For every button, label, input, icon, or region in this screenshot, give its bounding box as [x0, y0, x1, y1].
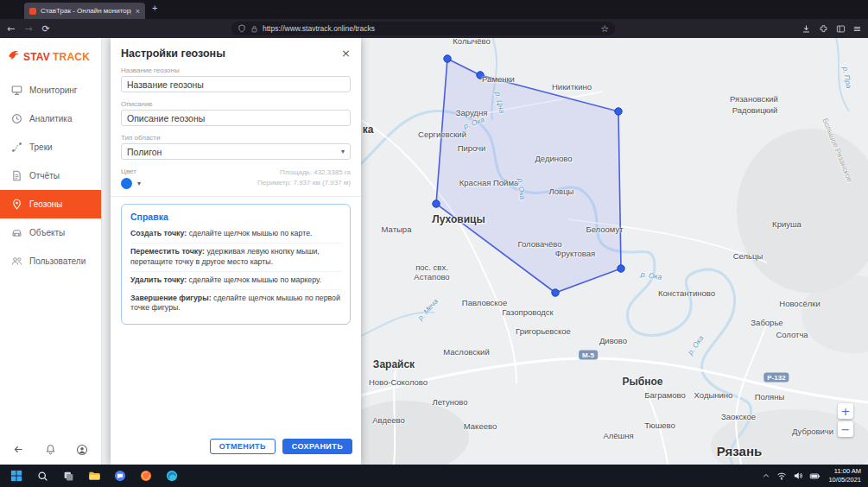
edge-icon[interactable]	[162, 466, 181, 485]
description-label: Описание	[121, 100, 351, 108]
area-type-label: Тип области	[121, 134, 351, 142]
geofence-pin-icon	[11, 199, 22, 210]
bookmark-star-icon[interactable]: ☆	[600, 24, 609, 34]
browser-navbar: ← → ⟳ https://www.stavtrack.online/track…	[0, 19, 868, 38]
sidebar-item-geofence-pin[interactable]: Геозоны	[0, 190, 101, 218]
firefox-icon[interactable]	[136, 466, 155, 485]
task-view-icon[interactable]	[59, 466, 78, 485]
close-icon[interactable]: ×	[341, 47, 351, 60]
search-icon[interactable]	[33, 466, 52, 485]
sidebar-item-monitor[interactable]: Мониторинг	[0, 76, 101, 104]
profile-icon[interactable]	[76, 444, 88, 456]
tab-close-icon[interactable]: ×	[136, 7, 140, 16]
divider	[111, 196, 361, 197]
cancel-button[interactable]: ОТМЕНИТЬ	[210, 439, 276, 454]
area-type-group: Тип области Полигон ▾	[121, 134, 351, 160]
sidebar-item-users[interactable]: Пользователи	[0, 247, 101, 275]
geozone-name-value: Название геозоны	[127, 79, 204, 90]
perimeter-metric: Периметр: 7.937 км (7.937 м)	[257, 178, 351, 188]
download-icon[interactable]	[801, 24, 811, 34]
url-text: https://www.stavtrack.online/tracks	[263, 24, 596, 33]
help-item: Завершение фигуры: сделайте щелчок мышью…	[130, 290, 341, 318]
polygon-vertex[interactable]	[615, 108, 622, 115]
sidebar-item-route[interactable]: Треки	[0, 133, 101, 161]
vehicle-icon	[11, 227, 22, 238]
taskbar-clock[interactable]: 11:00 AM 10/05/2021	[828, 467, 861, 484]
area-type-value: Полигон	[127, 147, 162, 157]
sidebar-nav: МониторингАналитикаТрекиОтчётыГеозоныОбъ…	[0, 76, 101, 275]
menu-icon[interactable]: ≡	[853, 24, 861, 34]
sidebar-bottom	[0, 444, 101, 456]
taskbar: 11:00 AM 10/05/2021	[0, 465, 868, 487]
extensions-puzzle-icon[interactable]	[819, 24, 828, 34]
file-explorer-icon[interactable]	[85, 466, 104, 485]
panel-actions: ОТМЕНИТЬ СОХРАНИТЬ	[210, 439, 352, 454]
polygon-vertex[interactable]	[444, 55, 451, 62]
polygon-vertex[interactable]	[433, 200, 440, 207]
sidebar-item-clock[interactable]: Аналитика	[0, 104, 101, 133]
help-items: Создать точку: сделайте щелчок мышью по …	[130, 225, 341, 317]
area-metric: Площадь: 432.3385 га	[257, 168, 351, 178]
sidebar-item-label: Аналитика	[29, 114, 73, 123]
clock-date: 10/05/2021	[828, 476, 861, 484]
chevron-down-icon: ▾	[137, 180, 141, 187]
geozone-name-input[interactable]: Название геозоны	[121, 76, 351, 92]
windows-start-icon[interactable]	[7, 466, 26, 485]
save-button[interactable]: СОХРАНИТЬ	[282, 439, 352, 454]
chevron-down-icon: ▾	[341, 148, 345, 155]
area-type-select[interactable]: Полигон ▾	[121, 143, 351, 160]
forward-icon[interactable]: →	[24, 24, 32, 34]
logo-bird-icon	[7, 48, 21, 66]
tab-favicon	[29, 8, 36, 15]
shield-icon[interactable]	[238, 24, 246, 33]
screen: СтавТрак - Онлайн мониторр × + ← → ⟳ htt…	[0, 0, 868, 487]
polygon-vertex[interactable]	[552, 289, 559, 296]
taskbar-icons	[7, 466, 181, 485]
bell-icon[interactable]	[45, 444, 56, 456]
sidebar-item-label: Пользователи	[29, 256, 86, 266]
zoom-in-button[interactable]: +	[838, 403, 853, 419]
panel-title: Настройки геозоны	[121, 47, 225, 60]
teams-icon[interactable]	[111, 466, 130, 485]
color-picker[interactable]: ▾	[121, 178, 141, 189]
report-icon	[11, 170, 22, 181]
users-icon	[11, 256, 22, 267]
lock-icon[interactable]	[250, 25, 258, 33]
description-group: Описание Описание геозоны	[121, 100, 351, 126]
route-icon	[11, 142, 22, 153]
polygon-vertex[interactable]	[477, 72, 484, 79]
map-zoom-control: + −	[838, 403, 853, 437]
color-swatch[interactable]	[121, 178, 132, 189]
geozone-settings-panel: Настройки геозоны × Название геозоны Наз…	[111, 38, 361, 465]
monitor-icon	[11, 85, 22, 96]
sidebar-item-label: Объекты	[29, 228, 65, 237]
color-row: Цвет ▾ Площадь: 432.3385 га Периметр: 7.…	[121, 168, 351, 189]
geometry-metrics: Площадь: 432.3385 га Периметр: 7.937 км …	[257, 168, 351, 189]
zoom-out-button[interactable]: −	[838, 421, 853, 437]
tab-title: СтавТрак - Онлайн мониторр	[41, 7, 131, 15]
wifi-icon[interactable]	[776, 471, 787, 481]
taskbar-tray: 11:00 AM 10/05/2021	[762, 467, 861, 484]
sidebar-item-vehicle[interactable]: Объекты	[0, 218, 101, 247]
clock-time: 11:00 AM	[828, 467, 861, 476]
chevron-up-icon[interactable]	[762, 471, 770, 480]
browser-tab[interactable]: СтавТрак - Онлайн мониторр ×	[24, 3, 145, 19]
reload-icon[interactable]: ⟳	[41, 24, 49, 34]
sidebar-item-report[interactable]: Отчёты	[0, 161, 101, 190]
geozone-name-label: Название геозоны	[121, 66, 351, 74]
sidebar-toggle-icon[interactable]	[836, 24, 846, 34]
app-content: STAVTRACK МониторингАналитикаТрекиОтчёты…	[0, 38, 868, 465]
sidebar: STAVTRACK МониторингАналитикаТрекиОтчёты…	[0, 38, 102, 465]
description-input[interactable]: Описание геозоны	[121, 110, 351, 126]
polygon-vertex[interactable]	[618, 265, 624, 272]
back-icon[interactable]: ←	[7, 24, 15, 34]
back-arrow-icon[interactable]	[13, 444, 24, 456]
new-tab-button[interactable]: +	[152, 3, 157, 13]
url-bar[interactable]: https://www.stavtrack.online/tracks ☆	[231, 22, 615, 35]
sidebar-item-label: Треки	[29, 142, 53, 152]
help-item: Создать точку: сделайте щелчок мышью по …	[130, 225, 341, 244]
battery-icon[interactable]	[809, 471, 820, 482]
app-logo[interactable]: STAVTRACK	[0, 38, 101, 76]
volume-icon[interactable]	[793, 471, 803, 481]
description-value: Описание геозоны	[127, 113, 205, 123]
